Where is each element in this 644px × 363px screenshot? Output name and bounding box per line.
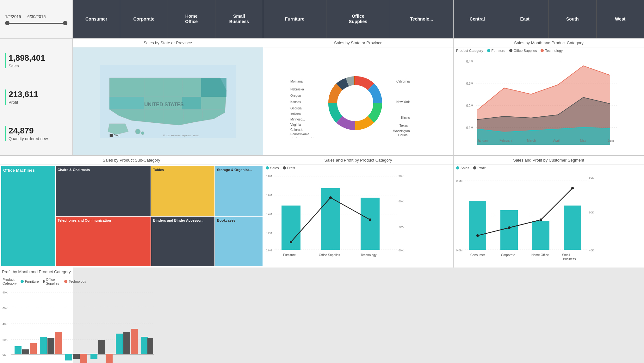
map-container[interactable]: UNITED STATES ⬛ Bing © 2017 Microsoft Co… [73, 47, 263, 155]
segment-furniture[interactable]: Furniture [263, 0, 326, 38]
legend-furniture: Furniture [487, 49, 505, 52]
svg-text:Colorado: Colorado [290, 128, 303, 132]
segment-home-office[interactable]: HomeOffice [168, 0, 215, 38]
svg-text:Georgia: Georgia [290, 107, 302, 110]
segment-small-business[interactable]: SmallBusiness [215, 0, 263, 38]
legend-off-pm: Office Supplies [43, 278, 60, 285]
svg-text:80K: 80K [3, 291, 8, 294]
treemap-telephones[interactable]: Telephones and Communication [56, 217, 151, 267]
segment-corporate[interactable]: Corporate [120, 0, 168, 38]
kpi-profit-label: Profit [9, 100, 67, 105]
segment-south[interactable]: South [549, 0, 597, 38]
legend-label-pc: Product Category [3, 278, 17, 285]
svg-text:February: February [499, 139, 512, 142]
profit-month-title: Profit by Month and Product Category [0, 268, 73, 276]
donut-container[interactable]: Montana Nebraska Oregon Kansas Georgia I… [263, 47, 453, 155]
legend-profit-cat: Profit [283, 166, 295, 170]
treemap-panel: Sales by Product Sub-Category Office Mac… [0, 156, 263, 268]
bar-chart-category-svg: 0.8M 0.6M 0.4M 0.2M 0.0M 90K 80K 70K 60K [266, 172, 411, 264]
kpi-profit: 213,611 Profit [5, 89, 67, 105]
kpi-sales-value: 1,898,401 [9, 53, 67, 63]
area-chart-svg: 0.4M 0.3M 0.2M 0.1M [466, 56, 618, 145]
svg-text:0.0M: 0.0M [456, 249, 462, 252]
treemap-chairs[interactable]: Chairs & Chairmats [56, 166, 151, 216]
svg-text:40K: 40K [589, 249, 594, 252]
sales-profit-segment-chart[interactable]: 0.5M 0.0M 60K 50K 40K [454, 171, 644, 268]
kpi-quantity-value: 24,879 [9, 126, 67, 136]
svg-text:40K: 40K [3, 323, 8, 326]
legend-label-product: Product Category [456, 49, 483, 52]
kpi-sales: 1,898,401 Sales [5, 53, 67, 68]
segment-east[interactable]: East [501, 0, 549, 38]
svg-text:0.0M: 0.0M [266, 249, 272, 252]
svg-text:70K: 70K [399, 225, 404, 228]
date-end[interactable]: 6/30/2015 [28, 14, 46, 19]
donut-svg: Montana Nebraska Oregon Kansas Georgia I… [289, 65, 428, 138]
sales-profit-category-legend: Sales Profit [263, 165, 453, 171]
bar-may-office [123, 332, 130, 354]
svg-text:January: January [477, 139, 489, 142]
treemap-storage[interactable]: Storage & Organiza... [215, 166, 263, 216]
svg-text:Kansas: Kansas [290, 100, 301, 104]
bar-jun-furn [141, 337, 148, 354]
sales-profit-category-title: Sales and Profit by Product Category [263, 156, 453, 165]
bar-corporate-sales [500, 210, 518, 250]
svg-point-11 [141, 132, 144, 135]
bar-mar-tech [80, 354, 87, 363]
segment-consumer[interactable]: Consumer [73, 0, 120, 38]
legend-sales-seg: Sales [456, 166, 469, 170]
treemap-binders[interactable]: Binders and Binder Accessor... [151, 217, 214, 267]
svg-text:Small: Small [562, 253, 570, 257]
legend-tech-pm: Technology [64, 278, 86, 285]
svg-text:60K: 60K [589, 176, 594, 179]
svg-text:March: March [527, 139, 536, 142]
svg-text:Business: Business [563, 257, 576, 261]
segment-west[interactable]: West [597, 0, 644, 38]
svg-point-32 [341, 89, 369, 117]
treemap-bookcases[interactable]: Bookcases [215, 217, 263, 267]
bar-apr-office [98, 340, 105, 354]
area-title: Sales by Month and Product Category [454, 39, 644, 47]
segment-central[interactable]: Central [454, 0, 501, 38]
svg-text:0.6M: 0.6M [266, 194, 272, 197]
svg-text:Technology: Technology [361, 253, 377, 257]
svg-rect-9 [182, 97, 201, 109]
bar-technology-sales [361, 198, 380, 250]
middle-row: 1,898,401 Sales 213,611 Profit 24,879 Qu… [0, 39, 644, 156]
filter-dates: 1/2/2015 6/30/2015 [5, 14, 67, 19]
date-slider[interactable] [5, 23, 67, 24]
sales-profit-category-chart[interactable]: 0.8M 0.6M 0.4M 0.2M 0.0M 90K 80K 70K 60K [263, 171, 453, 268]
svg-text:Oregon: Oregon [290, 94, 301, 97]
dashboard: 1/2/2015 6/30/2015 Consumer Corporate Ho… [0, 0, 644, 363]
svg-text:© 2017 Microsoft Corporation  : © 2017 Microsoft Corporation Terms [163, 134, 199, 137]
stacked-bar-svg: 80K 60K 40K 20K 0K -20K [3, 288, 158, 363]
slider-thumb-left[interactable] [5, 21, 9, 25]
bar-apr-furn [90, 354, 97, 359]
svg-point-77 [540, 218, 542, 221]
svg-text:California: California [396, 80, 410, 83]
slider-thumb-right[interactable] [63, 21, 67, 25]
svg-rect-7 [201, 78, 226, 97]
profit-month-chart[interactable]: 80K 60K 40K 20K 0K -20K [0, 286, 73, 363]
area-legend: Product Category Furniture Office Suppli… [454, 47, 644, 54]
svg-text:Office Supplies: Office Supplies [319, 253, 340, 257]
bar-consumer-sales [469, 201, 486, 250]
svg-point-63 [369, 218, 371, 221]
bar-apr-tech [106, 354, 113, 363]
date-start[interactable]: 1/2/2015 [5, 14, 21, 19]
svg-text:60K: 60K [399, 249, 404, 252]
segment-office-supplies[interactable]: OfficeSupplies [326, 0, 390, 38]
segment-technology[interactable]: Technolo... [390, 0, 453, 38]
treemap-office-machines[interactable]: Office Machines [1, 166, 55, 266]
svg-text:New York: New York [396, 100, 410, 104]
area-container[interactable]: 0.4M 0.3M 0.2M 0.1M [454, 54, 644, 155]
kpi-quantity-label: Quantity ordered new [9, 136, 67, 141]
svg-text:60K: 60K [3, 307, 8, 310]
bar-feb-office [47, 338, 54, 354]
treemap-tables[interactable]: Tables [151, 166, 214, 216]
svg-text:⬛ Bing: ⬛ Bing [109, 133, 120, 137]
bar-jan-office [22, 349, 29, 354]
svg-text:May: May [580, 139, 586, 142]
svg-text:0.2M: 0.2M [266, 231, 272, 235]
svg-text:Minneso...: Minneso... [290, 118, 305, 121]
